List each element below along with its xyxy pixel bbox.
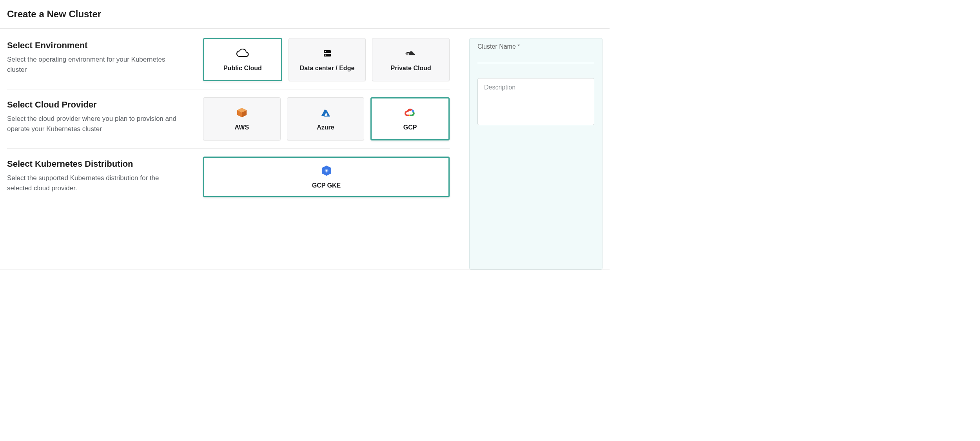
server-icon xyxy=(323,47,332,59)
private-cloud-icon xyxy=(404,47,417,59)
section-distribution-title: Select Kubernetes Distribution xyxy=(7,159,187,169)
section-environment: Select Environment Select the operating … xyxy=(7,38,450,89)
option-public-cloud[interactable]: Public Cloud xyxy=(203,38,282,81)
azure-icon xyxy=(320,107,332,118)
section-provider-title: Select Cloud Provider xyxy=(7,100,187,110)
option-data-center-label: Data center / Edge xyxy=(300,65,355,72)
option-azure[interactable]: Azure xyxy=(287,97,365,140)
svg-rect-5 xyxy=(407,53,407,55)
page-title: Create a New Cluster xyxy=(0,0,610,29)
svg-marker-11 xyxy=(321,109,327,116)
option-private-cloud[interactable]: Private Cloud xyxy=(372,38,450,81)
option-gcp-label: GCP xyxy=(403,124,417,131)
svg-point-3 xyxy=(325,55,326,56)
svg-point-15 xyxy=(325,170,327,172)
gke-icon xyxy=(321,165,332,177)
aws-icon xyxy=(237,107,247,118)
svg-rect-6 xyxy=(408,53,409,55)
option-private-cloud-label: Private Cloud xyxy=(391,65,431,72)
cluster-name-field: Cluster Name * xyxy=(477,50,594,63)
cluster-details-panel: Cluster Name * xyxy=(469,38,603,270)
option-aws-label: AWS xyxy=(235,124,249,131)
section-distribution-desc: Select the supported Kubernetes distribu… xyxy=(7,173,180,194)
section-environment-desc: Select the operating environment for you… xyxy=(7,55,180,75)
option-gcp-gke[interactable]: GCP GKE xyxy=(203,157,450,197)
cluster-name-input[interactable] xyxy=(477,50,594,63)
option-data-center[interactable]: Data center / Edge xyxy=(289,38,366,81)
option-gcp-gke-label: GCP GKE xyxy=(312,182,341,189)
section-provider: Select Cloud Provider Select the cloud p… xyxy=(7,97,450,149)
svg-point-2 xyxy=(325,51,326,52)
option-gcp[interactable]: GCP xyxy=(370,97,450,140)
gcp-icon xyxy=(404,107,416,118)
option-public-cloud-label: Public Cloud xyxy=(223,65,262,72)
cluster-name-label: Cluster Name * xyxy=(477,43,520,50)
section-provider-desc: Select the cloud provider where you plan… xyxy=(7,114,180,135)
option-azure-label: Azure xyxy=(317,124,334,131)
section-environment-title: Select Environment xyxy=(7,40,187,51)
cloud-icon xyxy=(236,47,249,59)
option-aws[interactable]: AWS xyxy=(203,97,281,140)
section-distribution: Select Kubernetes Distribution Select th… xyxy=(7,157,450,205)
svg-rect-4 xyxy=(405,54,406,55)
description-input[interactable] xyxy=(477,78,594,125)
